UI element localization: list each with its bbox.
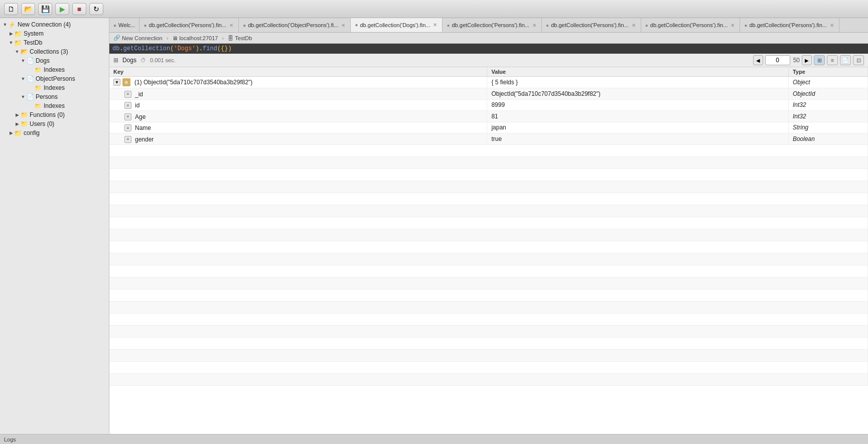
run-button[interactable]: ▶ [55,3,69,15]
row-5-field-icon: ≡ [124,136,131,143]
data-table: Key Value Type ▼ ⊕ (1) ObjectId("5da710c… [109,67,868,386]
row-0-key: (1) ObjectId("5da710c707d3540ba3b29f82") [134,79,252,86]
breadcrumb-host-icon: 🖥 [172,35,178,41]
sidebar-item-testdb[interactable]: 📁 TestDb [0,38,109,47]
tab-persons1-close[interactable]: ✕ [228,22,234,29]
breadcrumb-db[interactable]: 🗄 TestDb [228,35,252,41]
tab-objectpersons[interactable]: ● db.getCollection('ObjectPersons').fi..… [239,18,351,32]
sidebar-item-collections[interactable]: 📂 Collections (3) [0,47,109,56]
row-0-expand-btn[interactable]: ▼ [113,79,120,86]
table-row[interactable]: ≡ Name japan String [109,122,868,133]
breadcrumb-host-label: localhost:27017 [179,35,218,41]
breadcrumb-db-icon: 🗄 [228,35,233,41]
collections-arrow [14,49,20,55]
tab-persons3-close[interactable]: ✕ [631,22,637,29]
tab-dogs-icon: ● [355,22,358,28]
tab-persons4[interactable]: ● db.getCollection('Persons').fin... ✕ [641,18,741,32]
stop-button[interactable]: ■ [72,3,86,15]
row-0-type: Object [793,79,810,86]
result-nav: ◀ 50 ▶ ⊞ ≡ 📄 ⊡ [753,55,864,65]
sidebar-item-connection[interactable]: ⚡ New Connection (4) [0,20,109,29]
view-text-button[interactable]: 📄 [840,55,851,65]
refresh-button[interactable]: ↻ [89,3,103,15]
tab-persons2-label: db.getCollection('Persons').fin... [452,22,529,28]
table-row-empty [109,205,868,217]
table-row[interactable]: ≡ id 8999 Int32 [109,99,868,111]
col-header-value: Value [487,67,788,77]
breadcrumb-host[interactable]: 🖥 localhost:27017 [172,35,218,41]
table-row-empty [109,325,868,337]
sidebar-item-dogs[interactable]: 📄 Dogs [0,56,109,65]
tab-persons2-close[interactable]: ✕ [531,22,537,29]
sidebar-item-system[interactable]: 📁 System [0,29,109,38]
result-time-text: 0.001 sec. [150,57,176,63]
sidebar: ⚡ New Connection (4) 📁 System 📁 TestDb 📂… [0,18,109,434]
table-row-empty [109,144,868,157]
sidebar-item-dogs-indexes[interactable]: 📁 Indexes [0,65,109,74]
objectpersons-icon: 📄 [26,75,34,82]
tab-persons5-label: db.getCollection('Persons').fin... [749,22,827,28]
tab-persons4-close[interactable]: ✕ [730,22,736,29]
tab-persons1-icon: ● [143,23,147,28]
table-row-empty [109,157,868,169]
table-row[interactable]: ≡ _id ObjectId("5da710c707d3540ba3b29f82… [109,88,868,100]
table-row[interactable]: ▼ ⊕ (1) ObjectId("5da710c707d3540ba3b29f… [109,77,868,88]
status-bar: Logs [0,434,868,444]
open-button[interactable]: 📂 [21,3,35,15]
tab-persons3[interactable]: ● db.getCollection('Persons').fin... ✕ [542,18,641,32]
view-custom-button[interactable]: ⊡ [853,55,864,65]
row-0-obj-icon: ⊕ [122,78,130,86]
result-collection-name: Dogs [122,57,136,64]
row-5-expand: ≡ gender [124,136,154,143]
data-table-body: ▼ ⊕ (1) ObjectId("5da710c707d3540ba3b29f… [109,77,868,386]
status-logs-label: Logs [4,436,16,442]
sidebar-item-users[interactable]: 📁 Users (0) [0,119,109,128]
tab-persons5[interactable]: ● db.getCollection('Persons').fin... ✕ [740,18,839,32]
row-1-key: _id [135,91,143,98]
sidebar-item-config[interactable]: 📁 config [0,128,109,137]
sidebar-item-objectpersons[interactable]: 📄 ObjectPersons [0,74,109,83]
tab-persons5-close[interactable]: ✕ [829,22,835,29]
save-button[interactable]: 💾 [38,3,52,15]
nav-page-input[interactable] [765,55,790,65]
row-4-field-icon: ≡ [124,124,131,131]
testdb-label: TestDb [24,39,42,46]
row-1-value: ObjectId("5da710c707d3540ba3b29f82") [491,90,600,97]
sidebar-item-functions[interactable]: 📁 Functions (0) [0,110,109,119]
sidebar-item-persons-indexes[interactable]: 📁 Indexes [0,101,109,110]
tab-dogs-close[interactable]: ✕ [432,22,438,28]
table-row[interactable]: ≡ gender true Boolean [109,133,868,145]
tab-persons1[interactable]: ● db.getCollection('Persons').fin... ✕ [139,18,239,32]
tab-dogs[interactable]: ● db.getCollection('Dogs').fin... ✕ [351,18,443,32]
table-row-empty [109,193,868,205]
tab-welcome-icon: ● [113,23,116,28]
nav-prev-button[interactable]: ◀ [753,55,763,65]
row-5-key: gender [135,136,154,143]
functions-icon: 📁 [20,111,28,118]
query-bar[interactable]: db.getCollection('Dogs').find({}) [109,44,868,54]
row-3-type: Int32 [793,113,806,120]
tab-persons2-icon: ● [447,23,450,28]
new-button[interactable]: 🗋 [4,3,18,15]
table-row-empty [109,349,868,361]
row-4-key: Name [135,124,151,131]
row-3-value: 81 [491,113,498,120]
row-2-value: 8999 [491,101,505,108]
breadcrumb-connection[interactable]: 🔗 New Connection [113,35,163,41]
tab-persons2[interactable]: ● db.getCollection('Persons').fin... ✕ [443,18,542,32]
table-row[interactable]: ≡ Age 81 Int32 [109,111,868,122]
view-table-button[interactable]: ⊞ [814,55,825,65]
sidebar-item-persons[interactable]: 📄 Persons [0,92,109,101]
tab-objectpersons-close[interactable]: ✕ [340,22,346,29]
users-icon: 📁 [20,120,28,127]
tab-persons4-label: db.getCollection('Persons').fin... [650,22,728,28]
tab-welcome[interactable]: ● Welc... [109,18,139,32]
functions-label: Functions (0) [30,111,65,118]
table-row-empty [109,373,868,385]
objectpersons-arrow [20,76,26,82]
view-tree-button[interactable]: ≡ [827,55,838,65]
dogs-icon: 📄 [26,57,34,64]
row-2-key: id [135,102,139,109]
nav-next-button[interactable]: ▶ [802,55,812,65]
sidebar-item-objectpersons-indexes[interactable]: 📁 Indexes [0,83,109,92]
